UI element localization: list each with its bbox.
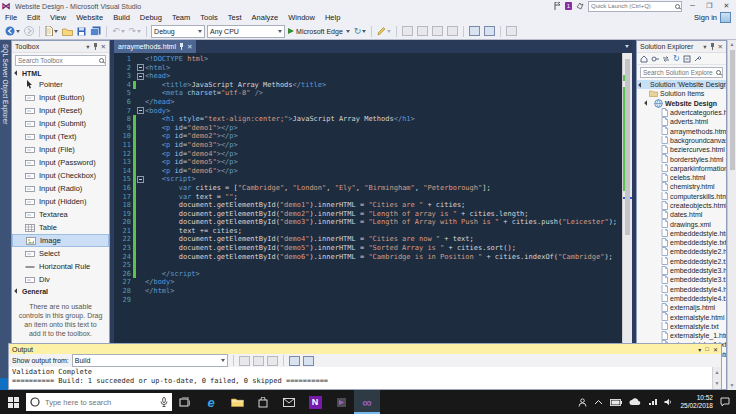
code-line[interactable]: 4 <title>JavaScript Array Methods</title… (114, 81, 622, 90)
code-line[interactable]: 7<body> (114, 107, 622, 116)
fold-margin[interactable] (136, 72, 145, 81)
menu-edit[interactable]: Edit (22, 12, 45, 23)
solution-explorer-search-box[interactable] (640, 67, 723, 78)
collapse-box-icon[interactable] (137, 73, 144, 80)
scroll-down-arrow[interactable]: ▼ (713, 378, 721, 389)
toolbox-search-input[interactable] (16, 57, 98, 64)
scroll-up-arrow[interactable]: ▲ (713, 367, 721, 378)
undo-button[interactable]: ↶ (111, 25, 126, 38)
volume-icon[interactable] (664, 398, 673, 406)
code-line[interactable]: 22 document.getElementById("demo4").inne… (114, 235, 622, 244)
toolbox-item-input-reset[interactable]: Input (Reset) (12, 104, 109, 117)
tab-overflow-button[interactable] (624, 40, 632, 53)
collapse-all-icon[interactable] (683, 55, 691, 63)
output-log[interactable]: Validation Complete========== Build: 1 s… (9, 367, 712, 389)
menu-window[interactable]: Window (283, 12, 320, 23)
tree-item-solution-items[interactable]: Solution Items (637, 89, 726, 98)
fold-margin[interactable] (136, 107, 145, 116)
chevron-up-icon[interactable] (594, 399, 603, 405)
collapse-box-icon[interactable] (137, 176, 144, 183)
file-embeddedstyle4-txt[interactable]: embeddedstyle4.txt (637, 294, 726, 303)
toolbox-item-input-button[interactable]: Input (Button) (12, 91, 109, 104)
open-file-button[interactable] (61, 25, 74, 38)
tree-item-website-project[interactable]: Website Design (637, 99, 726, 108)
file-embeddedstyle-txt[interactable]: embeddedstyle.txt (637, 238, 726, 247)
file-createobjects-html[interactable]: createobjects.html (637, 201, 726, 210)
sign-in-button[interactable]: Sign in (694, 12, 736, 23)
solution-explorer-scrollbar[interactable]: ▲ ▼ (727, 40, 736, 390)
tree-item-solution[interactable]: Solution 'Website Design' (1 (637, 80, 726, 89)
pin-icon[interactable] (93, 43, 98, 50)
platform-dropdown[interactable]: Any CPU (207, 25, 285, 38)
code-line[interactable]: 28</html> (114, 287, 622, 296)
file-arraymethods-html[interactable]: arraymethods.html (637, 126, 726, 135)
collapse-box-icon[interactable] (137, 64, 144, 71)
code-line[interactable]: 13 <p id="demo5"></p> (114, 158, 622, 167)
file-celebs-html[interactable]: celebs.html (637, 173, 726, 182)
menu-team[interactable]: Team (167, 12, 195, 23)
code-line[interactable]: 16 var cities = ["Cambridge", "London", … (114, 184, 622, 193)
toolbox-group-general[interactable]: General (12, 286, 109, 296)
scope-icon[interactable] (651, 55, 659, 63)
break-all-button[interactable] (401, 25, 414, 38)
file-chemistry-html[interactable]: chemistry.html (637, 182, 726, 191)
step-into-button[interactable] (431, 25, 444, 38)
solution-explorer-search-input[interactable] (641, 69, 715, 76)
toolbox-item-image[interactable]: Image (12, 234, 109, 247)
store-button[interactable] (250, 390, 276, 414)
toolbox-item-input-file[interactable]: Input (File) (12, 143, 109, 156)
file-externaljs-html[interactable]: externaljs.html (637, 303, 726, 312)
code-line[interactable]: 5 <meta charset="utf-8" /> (114, 89, 622, 98)
file-advertcategories-htm[interactable]: advertcategories.htm (637, 108, 726, 117)
taskbar-search-box[interactable] (26, 393, 172, 411)
pin-icon[interactable] (710, 43, 715, 50)
notification-flag-icon[interactable] (554, 2, 561, 10)
file-externalstyle-txt[interactable]: externalstyle.txt (637, 322, 726, 331)
window-position-icon[interactable]: ▾ (698, 346, 701, 353)
toolbox-item-select[interactable]: Select (12, 247, 109, 260)
code-line[interactable]: 25 (114, 261, 622, 270)
people-icon[interactable] (578, 398, 587, 407)
browser-refresh-button[interactable]: ↻ (353, 25, 368, 38)
window-position-icon[interactable]: ▾ (86, 43, 89, 51)
file-embeddedstyle3-txt[interactable]: embeddedstyle3.txt (637, 275, 726, 284)
onenote-button[interactable]: N (302, 390, 328, 414)
home-icon[interactable] (640, 55, 648, 63)
minimize-button[interactable]: ─ (686, 1, 699, 11)
code-line[interactable]: 24 document.getElementById("demo6").inne… (114, 253, 622, 262)
file-drawings-xml[interactable]: drawings.xml (637, 219, 726, 228)
vs-installer-button[interactable] (328, 390, 354, 414)
code-line[interactable]: 20 document.getElementById("demo3").inne… (114, 218, 622, 227)
fold-margin[interactable] (136, 64, 145, 73)
menu-file[interactable]: File (0, 12, 22, 23)
network-icon[interactable] (648, 398, 657, 406)
file-adverts-html[interactable]: adverts.html (637, 117, 726, 126)
close-button[interactable]: ✕ (720, 1, 733, 11)
visual-studio-button[interactable]: ∞ (354, 390, 380, 414)
file-dates-html[interactable]: dates.html (637, 210, 726, 219)
nav-back-button[interactable] (4, 25, 21, 38)
menu-debug[interactable]: Debug (135, 12, 167, 23)
close-icon[interactable]: ✕ (101, 43, 106, 51)
code-line[interactable]: 26 </script> (114, 270, 622, 279)
code-line[interactable]: 23 document.getElementById("demo5").inne… (114, 244, 622, 253)
next-message-icon[interactable] (267, 356, 278, 366)
code-line[interactable]: 6</head> (114, 98, 622, 107)
redo-button[interactable]: ↷ (128, 25, 143, 38)
build-button[interactable] (468, 25, 481, 38)
scrollbar-thumb[interactable] (625, 59, 630, 234)
code-line[interactable]: 17 var text = ""; (114, 193, 622, 202)
step-over-button[interactable] (446, 25, 459, 38)
file-explorer-button[interactable] (224, 390, 250, 414)
scrollbar-thumb[interactable] (730, 50, 735, 170)
code-line[interactable]: 14 <p id="demo6"></p> (114, 167, 622, 176)
previous-message-icon[interactable] (253, 356, 264, 366)
menu-view[interactable]: View (45, 12, 71, 23)
file-computerskills-html[interactable]: computerskills.html (637, 192, 726, 201)
menu-build[interactable]: Build (108, 12, 135, 23)
properties-icon[interactable] (694, 55, 702, 63)
file-embeddedstyle2-txt[interactable]: embeddedstyle2.txt (637, 257, 726, 266)
toolbox-group-html[interactable]: HTML (12, 68, 109, 78)
toolbox-item-input-radio[interactable]: Input (Radio) (12, 182, 109, 195)
battery-icon[interactable] (610, 399, 622, 406)
